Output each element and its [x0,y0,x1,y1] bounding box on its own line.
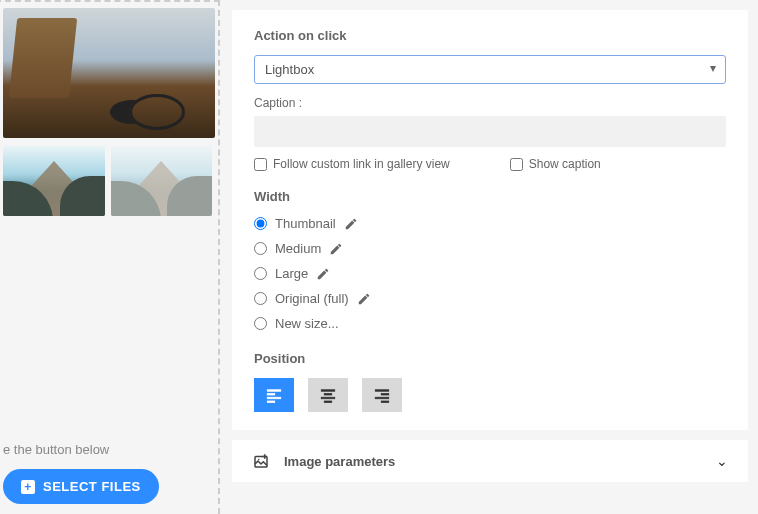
width-radio-original[interactable]: Original (full) [254,291,726,306]
action-on-click-label: Action on click [254,28,726,43]
pencil-icon[interactable] [329,242,343,256]
width-radio-thumbnail[interactable]: Thumbnail [254,216,726,231]
add-image-icon [252,452,270,470]
svg-rect-10 [375,397,389,399]
svg-rect-2 [267,397,281,399]
chevron-down-icon: ⌄ [716,453,728,469]
image-parameters-accordion[interactable]: Image parameters ⌄ [232,440,748,482]
svg-rect-1 [267,394,275,396]
width-radio-large[interactable]: Large [254,266,726,281]
svg-rect-8 [375,390,389,392]
position-label: Position [254,351,726,366]
svg-rect-0 [267,390,281,392]
action-on-click-select[interactable]: Lightbox [254,55,726,84]
svg-rect-6 [321,397,335,399]
svg-rect-5 [324,394,332,396]
plus-icon: + [21,480,35,494]
show-caption-checkbox[interactable]: Show caption [510,157,601,171]
align-center-icon [319,386,337,404]
pencil-icon[interactable] [344,217,358,231]
align-right-button[interactable] [362,378,402,412]
caption-input[interactable] [254,116,726,147]
follow-custom-link-checkbox[interactable]: Follow custom link in gallery view [254,157,450,171]
select-files-button[interactable]: + SELECT FILES [3,469,159,504]
upload-hint: e the button below [3,442,159,457]
svg-rect-7 [324,401,332,403]
image-parameters-title: Image parameters [284,454,702,469]
svg-point-13 [258,459,260,461]
align-left-icon [265,386,283,404]
width-label: Width [254,189,726,204]
select-files-label: SELECT FILES [43,479,141,494]
svg-rect-9 [381,394,389,396]
width-radio-medium[interactable]: Medium [254,241,726,256]
thumbnail-image[interactable] [111,146,213,216]
settings-card: Action on click Lightbox Caption : Follo… [232,10,748,430]
width-radio-newsize[interactable]: New size... [254,316,726,331]
caption-label: Caption : [254,96,726,110]
thumbnail-image[interactable] [3,8,215,138]
svg-rect-11 [381,401,389,403]
align-left-button[interactable] [254,378,294,412]
svg-rect-3 [267,401,275,403]
align-center-button[interactable] [308,378,348,412]
upload-dropzone[interactable]: e the button below + SELECT FILES [0,0,220,514]
thumbnail-image[interactable] [3,146,105,216]
pencil-icon[interactable] [357,292,371,306]
svg-rect-4 [321,390,335,392]
pencil-icon[interactable] [316,267,330,281]
align-right-icon [373,386,391,404]
